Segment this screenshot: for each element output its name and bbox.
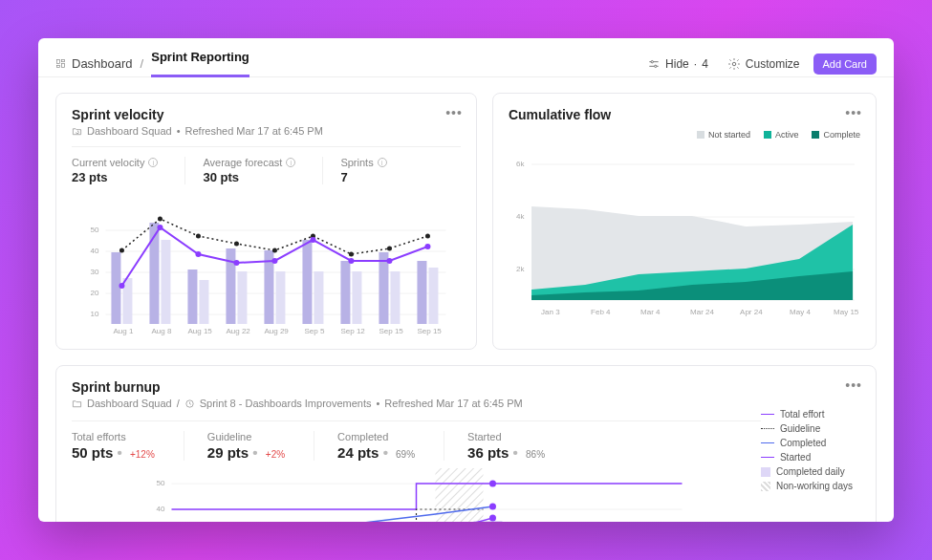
sprint-burnup-card: ••• Sprint burnup Dashboard Squad / Spri… xyxy=(55,365,877,522)
svg-point-40 xyxy=(425,234,430,239)
kpi-avg-forecast: Average forecasti 30 pts xyxy=(203,157,323,184)
sprint-icon xyxy=(184,398,195,409)
kpi-started: Started 36 pts • 86% xyxy=(467,431,574,461)
x-tick: Sep 15 xyxy=(417,327,442,335)
kpi-label: Started xyxy=(467,431,545,442)
svg-rect-29 xyxy=(390,271,400,324)
x-tick: Jan 3 xyxy=(541,308,560,316)
y-tick: 6k xyxy=(516,160,525,168)
svg-point-44 xyxy=(233,260,239,266)
burnup-legend: Total effort Guideline Completed Started… xyxy=(761,409,860,522)
svg-point-62 xyxy=(489,481,496,487)
svg-point-36 xyxy=(272,248,277,253)
kpi-value: 36 pts xyxy=(467,444,509,461)
legend-label: Total effort xyxy=(780,409,825,420)
kpi-delta: +12% xyxy=(130,449,155,460)
svg-rect-26 xyxy=(340,261,350,324)
breadcrumb-root[interactable]: Dashboard xyxy=(55,56,133,71)
folder-sync-icon xyxy=(72,398,82,409)
hide-dot: · xyxy=(694,57,697,71)
kpi-label: Sprints xyxy=(340,157,373,168)
svg-rect-17 xyxy=(161,240,170,324)
svg-rect-19 xyxy=(199,280,208,324)
kpi-completed: Completed 24 pts • 69% xyxy=(337,431,444,461)
svg-point-49 xyxy=(424,244,430,249)
svg-rect-25 xyxy=(314,271,323,324)
squad-label: Dashboard Squad xyxy=(87,398,172,409)
kpi-guideline: Guideline 29 pts • +2% xyxy=(207,431,314,461)
hide-label: Hide xyxy=(665,57,689,71)
y-tick: 40 xyxy=(90,247,98,255)
cumulative-legend: Not started Active Complete xyxy=(509,130,860,140)
svg-point-41 xyxy=(119,283,124,289)
x-tick: Mar 24 xyxy=(690,308,714,316)
x-tick: May 15 xyxy=(834,308,859,316)
svg-rect-30 xyxy=(417,261,426,324)
svg-point-46 xyxy=(310,237,315,243)
add-card-button[interactable]: Add Card xyxy=(813,54,877,75)
info-icon[interactable]: i xyxy=(286,158,295,167)
kpi-total-efforts: Total efforts 50 pts • +12% xyxy=(72,431,184,461)
x-tick: Sep 12 xyxy=(340,327,365,335)
kpi-value: 30 pts xyxy=(203,170,295,184)
legend-label: Complete xyxy=(823,130,860,140)
card-menu-button[interactable]: ••• xyxy=(445,105,463,120)
svg-rect-18 xyxy=(187,269,197,324)
svg-rect-28 xyxy=(379,252,388,324)
cumulative-flow-card: ••• Cumulative flow Not started Active C… xyxy=(492,93,877,350)
total-line xyxy=(171,484,682,509)
customize-button[interactable]: Customize xyxy=(722,54,806,75)
hide-count: 4 xyxy=(702,57,708,71)
svg-rect-27 xyxy=(352,271,361,324)
svg-point-7 xyxy=(655,65,657,67)
card-menu-button[interactable]: ••• xyxy=(845,377,862,393)
y-tick: 4k xyxy=(516,212,525,221)
kpi-delta: 86% xyxy=(526,449,545,460)
svg-rect-21 xyxy=(237,271,247,324)
svg-rect-14 xyxy=(111,252,120,324)
card-title: Cumulative flow xyxy=(509,107,860,122)
y-tick: 50 xyxy=(156,479,164,487)
x-tick: Feb 4 xyxy=(591,308,611,316)
kpi-current-velocity: Current velocityi 23 pts xyxy=(72,157,185,184)
folder-sync-icon xyxy=(72,126,82,137)
refreshed-label: Refreshed Mar 17 at 6:45 PM xyxy=(185,125,323,137)
kpi-value: 7 xyxy=(340,170,386,184)
kpi-label: Average forecast xyxy=(203,157,282,168)
refreshed-label: Refreshed Mar 17 at 6:45 PM xyxy=(384,398,522,409)
kpi-label: Completed xyxy=(337,431,415,442)
card-title: Sprint burnup xyxy=(72,379,860,395)
kpi-value: 50 pts xyxy=(72,444,113,461)
topbar: Dashboard / Sprint Reporting Hide · 4 Cu… xyxy=(38,38,894,77)
breadcrumb-active[interactable]: Sprint Reporting xyxy=(151,50,249,77)
hide-button[interactable]: Hide · 4 xyxy=(641,54,714,75)
svg-point-38 xyxy=(349,252,354,257)
card-menu-button[interactable]: ••• xyxy=(845,105,862,120)
svg-rect-0 xyxy=(56,59,59,63)
x-tick: Aug 1 xyxy=(113,327,133,335)
kpi-label: Guideline xyxy=(207,431,285,442)
y-tick: 50 xyxy=(90,226,98,234)
svg-rect-3 xyxy=(56,65,59,67)
y-tick: 40 xyxy=(156,505,164,513)
svg-point-39 xyxy=(387,247,392,251)
sliders-icon xyxy=(647,57,661,71)
svg-point-8 xyxy=(732,62,736,66)
kpi-label: Total efforts xyxy=(72,431,155,442)
x-tick: Apr 24 xyxy=(740,308,763,316)
info-icon[interactable]: i xyxy=(378,158,387,167)
gear-icon xyxy=(727,57,741,71)
card-title: Sprint velocity xyxy=(72,107,461,122)
squad-label: Dashboard Squad xyxy=(87,125,172,137)
svg-point-60 xyxy=(489,515,496,522)
kpi-label: Current velocity xyxy=(72,157,144,168)
x-tick: Aug 29 xyxy=(264,327,289,335)
svg-point-33 xyxy=(158,217,163,222)
svg-point-61 xyxy=(489,504,496,510)
svg-point-34 xyxy=(196,234,201,239)
sprint-velocity-card: ••• Sprint velocity Dashboard Squad • Re… xyxy=(55,93,477,350)
kpi-value: 23 pts xyxy=(72,170,158,184)
content-area: ••• Sprint velocity Dashboard Squad • Re… xyxy=(38,77,894,522)
info-icon[interactable]: i xyxy=(148,158,158,167)
legend-label: Started xyxy=(780,452,811,463)
